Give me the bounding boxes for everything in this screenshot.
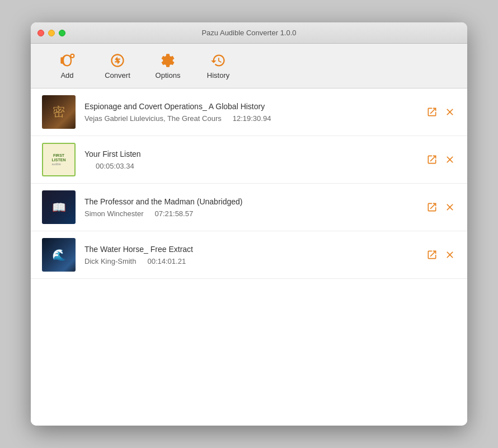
- toolbar-convert-button[interactable]: Convert: [92, 48, 143, 84]
- open-icon: [426, 106, 438, 118]
- book-actions: [426, 106, 456, 118]
- book-author: Dick King-Smith: [84, 257, 136, 265]
- delete-button[interactable]: [444, 153, 456, 166]
- toolbar-history-button[interactable]: History: [193, 48, 243, 84]
- book-duration: 00:14:01.21: [147, 257, 186, 265]
- convert-icon: [110, 53, 125, 68]
- options-label: Options: [156, 71, 181, 80]
- book-info: Espionage and Covert Operations_ A Globa…: [84, 102, 420, 123]
- book-item: The Professor and the Madman (Unabridged…: [31, 184, 467, 231]
- book-meta: 00:05:03.34: [84, 162, 420, 170]
- book-title: The Water Horse_ Free Extract: [84, 245, 420, 254]
- add-icon: [59, 53, 75, 68]
- book-duration: 12:19:30.94: [233, 114, 271, 123]
- minimize-button[interactable]: [48, 30, 55, 36]
- book-actions: [426, 153, 456, 166]
- book-meta: Simon Winchester 07:21:58.57: [84, 209, 420, 218]
- book-title: The Professor and the Madman (Unabridged…: [84, 197, 420, 206]
- toolbar-add-button[interactable]: Add: [42, 48, 92, 84]
- history-label: History: [207, 71, 229, 80]
- open-icon: [426, 154, 438, 165]
- options-icon: [160, 53, 176, 68]
- book-info: The Water Horse_ Free Extract Dick King-…: [84, 245, 420, 265]
- book-info: Your First Listen 00:05:03.34: [84, 150, 420, 170]
- delete-icon: [444, 106, 455, 118]
- titlebar: Pazu Audible Converter 1.0.0: [31, 22, 467, 44]
- book-author: Vejas Gabriel Liulevicius, The Great Cou…: [84, 114, 222, 123]
- delete-icon: [444, 249, 455, 260]
- book-cover: [42, 190, 76, 224]
- window-title: Pazu Audible Converter 1.0.0: [201, 29, 296, 37]
- book-meta: Vejas Gabriel Liulevicius, The Great Cou…: [84, 114, 420, 123]
- open-file-button[interactable]: [426, 106, 438, 118]
- delete-button[interactable]: [444, 106, 456, 118]
- open-icon: [426, 249, 438, 260]
- book-duration: 07:21:58.57: [154, 209, 193, 218]
- main-window: Pazu Audible Converter 1.0.0 Add Convert: [31, 22, 467, 426]
- book-item: FIRSTLISTEN audible Your First Listen 00…: [31, 136, 467, 184]
- open-file-button[interactable]: [426, 249, 438, 261]
- open-icon: [426, 202, 438, 213]
- traffic-lights: [37, 30, 65, 36]
- book-cover: [42, 95, 76, 129]
- book-duration: 00:05:03.34: [96, 162, 134, 170]
- book-cover: FIRSTLISTEN audible: [42, 143, 76, 176]
- book-actions: [426, 249, 456, 261]
- open-file-button[interactable]: [426, 153, 438, 166]
- add-label: Add: [60, 71, 73, 80]
- book-item: Espionage and Covert Operations_ A Globa…: [31, 88, 467, 136]
- book-cover: [42, 238, 76, 272]
- delete-icon: [444, 154, 455, 165]
- delete-button[interactable]: [444, 201, 456, 213]
- book-meta: Dick King-Smith 00:14:01.21: [84, 257, 420, 265]
- open-file-button[interactable]: [426, 201, 438, 213]
- book-actions: [426, 201, 456, 213]
- toolbar: Add Convert Options History: [31, 44, 467, 88]
- first-listen-cover-text: FIRSTLISTEN audible: [52, 153, 66, 166]
- delete-button[interactable]: [444, 249, 456, 261]
- book-author: Simon Winchester: [84, 209, 143, 218]
- book-title: Espionage and Covert Operations_ A Globa…: [84, 102, 420, 111]
- delete-icon: [444, 202, 455, 213]
- close-button[interactable]: [37, 30, 44, 36]
- book-list: Espionage and Covert Operations_ A Globa…: [31, 88, 467, 426]
- book-title: Your First Listen: [84, 150, 420, 158]
- svg-rect-2: [72, 55, 73, 56]
- toolbar-options-button[interactable]: Options: [143, 48, 193, 84]
- book-info: The Professor and the Madman (Unabridged…: [84, 197, 420, 218]
- book-item: The Water Horse_ Free Extract Dick King-…: [31, 231, 467, 279]
- convert-label: Convert: [105, 71, 130, 80]
- history-icon: [210, 53, 226, 68]
- maximize-button[interactable]: [59, 30, 65, 36]
